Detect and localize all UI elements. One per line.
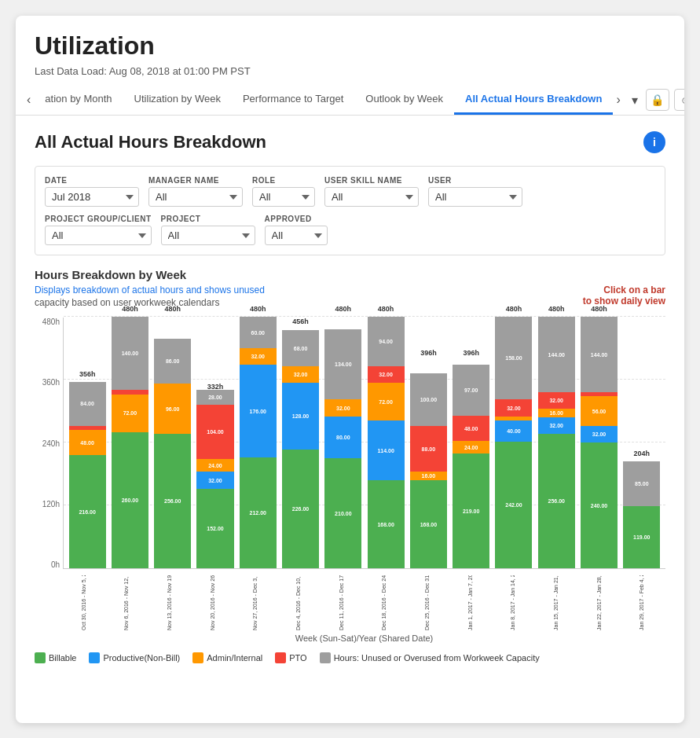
legend: Billable Productive(Non-Bill) Admin/Inte… — [35, 652, 665, 663]
bar-segment-admin: 16.00 — [538, 409, 575, 417]
bar-group[interactable]: 480h168.00114.0072.0032.0094.00 — [365, 318, 406, 568]
bar-stack[interactable]: 168.0016.0088.00100.00 — [410, 373, 447, 568]
approved-select[interactable]: All — [265, 226, 328, 245]
filter-date: DATE Jul 2018 — [45, 176, 139, 207]
bar-stack[interactable]: 242.0040.0032.00158.00 — [495, 317, 532, 568]
role-select[interactable]: All — [252, 187, 315, 207]
bar-stack[interactable]: 210.0080.0032.00134.00 — [324, 329, 361, 568]
page-header: Utilization Last Data Load: Aug 08, 2018… — [16, 16, 684, 85]
user-select[interactable]: All — [428, 187, 522, 207]
bar-top-label: 356h — [67, 370, 108, 378]
bar-stack[interactable]: 260.0072.00140.00 — [112, 317, 148, 568]
bar-group[interactable]: 456h226.00128.0032.0068.00 — [280, 318, 321, 568]
bar-stack[interactable]: 168.00114.0072.0032.0094.00 — [368, 317, 405, 568]
bar-stack[interactable]: 219.0024.0048.0097.00 — [453, 365, 489, 568]
filter-manager: MANAGER NAME All — [148, 176, 243, 207]
bar-group[interactable]: 396h219.0024.0048.0097.00 — [451, 318, 492, 568]
bar-segment-unused: 68.00 — [282, 330, 319, 365]
tab-dropdown-button[interactable]: ▾ — [629, 86, 641, 114]
legend-color-admin — [192, 652, 203, 663]
x-label-text: Jan 8, 2017 - Jan 14, 2017 — [510, 575, 515, 630]
bar-group[interactable]: 332h152.0032.0024.00104.0028.00 — [195, 318, 236, 568]
bar-segment-billable: 168.00 — [410, 480, 447, 568]
x-axis-row: Oct 30, 2016 - Nov 5, 2016Nov 6, 2016 - … — [35, 575, 665, 630]
tab-performance-target[interactable]: Performance to Target — [232, 85, 354, 115]
bar-segment-unused: 28.00 — [196, 390, 233, 405]
bar-segment-billable: 256.00 — [538, 434, 575, 568]
bar-stack[interactable]: 216.0048.0084.00 — [69, 382, 106, 568]
bar-segment-productive: 128.00 — [282, 383, 319, 450]
bar-top-label: 480h — [365, 305, 406, 313]
bar-segment-billable: 119.00 — [623, 506, 660, 568]
bar-stack[interactable]: 256.0032.0016.0032.00144.00 — [538, 317, 575, 568]
tab-utilization-week[interactable]: Utilization by Week — [123, 85, 232, 115]
project-group-select[interactable]: All — [45, 226, 152, 245]
bar-segment-productive: 40.00 — [495, 420, 532, 442]
x-label-text: Nov 13, 2016 - Nov 19, 2016 — [167, 575, 172, 630]
bar-stack[interactable]: 226.00128.0032.0068.00 — [282, 330, 319, 568]
bar-stack[interactable]: 152.0032.0024.00104.0028.00 — [196, 390, 233, 568]
legend-unused: Hours: Unused or Overused from Workweek … — [320, 652, 540, 663]
filter-skill: USER SKILL NAME All — [324, 176, 419, 207]
legend-color-unused — [320, 652, 331, 663]
role-label: ROLE — [252, 176, 315, 185]
bar-top-label: 332h — [195, 383, 236, 391]
x-label-text: Nov 27, 2016 - Dec 3, 2016 — [252, 575, 258, 630]
tab-actual-hours[interactable]: All Actual Hours Breakdown — [454, 85, 613, 115]
bar-group[interactable]: 356h216.0048.0084.00 — [67, 318, 108, 568]
legend-billable: Billable — [35, 652, 76, 663]
tab-prev-button[interactable]: ‹ — [24, 86, 34, 113]
bar-segment-pto: 48.00 — [453, 416, 489, 441]
bar-group[interactable]: 204h119.0085.00 — [621, 318, 662, 568]
tab-outlook-week[interactable]: Outlook by Week — [354, 85, 454, 115]
bar-segment-unused: 60.00 — [240, 317, 277, 348]
skill-select[interactable]: All — [324, 187, 419, 207]
bar-group[interactable]: 480h210.0080.0032.00134.00 — [323, 318, 364, 568]
x-axis-title: Week (Sun-Sat)/Year (Shared Date) — [35, 633, 665, 643]
y-label-240: 240h — [35, 439, 63, 448]
bar-group[interactable]: 480h242.0040.0032.00158.00 — [493, 318, 534, 568]
bar-top-label: 480h — [237, 305, 278, 313]
legend-productive: Productive(Non-Bill) — [89, 652, 180, 663]
manager-select[interactable]: All — [148, 187, 243, 207]
bar-top-label: 480h — [578, 305, 619, 313]
bar-segment-unused: 140.00 — [112, 317, 148, 390]
bar-group[interactable]: 396h168.0016.0088.00100.00 — [408, 318, 449, 568]
bar-group[interactable]: 480h256.0096.0086.00 — [152, 318, 193, 568]
filter-project-group: PROJECT GROUP/CLIENT All — [45, 215, 152, 245]
lock-icon-button[interactable]: 🔒 — [646, 89, 669, 111]
bar-stack[interactable]: 256.0096.0086.00 — [154, 339, 191, 568]
bar-group[interactable]: 480h212.00176.0032.0060.00 — [237, 318, 278, 568]
bar-segment-pto: 104.00 — [196, 405, 233, 459]
bar-group[interactable]: 480h260.0072.00140.00 — [109, 318, 150, 568]
bar-segment-productive: 176.00 — [240, 365, 277, 457]
bar-segment-admin: 56.00 — [581, 396, 618, 425]
bar-stack[interactable]: 240.0032.0056.00144.00 — [581, 317, 618, 568]
date-select[interactable]: Jul 2018 — [45, 187, 139, 207]
filter-user: USER All — [428, 176, 522, 207]
tab-more-button[interactable]: › — [613, 86, 623, 113]
bar-segment-admin: 96.00 — [154, 384, 191, 434]
bar-stack[interactable]: 119.0085.00 — [623, 461, 660, 568]
legend-admin: Admin/Internal — [192, 652, 262, 663]
bar-top-label: 480h — [323, 305, 364, 313]
smiley-icon-button[interactable]: ☺ — [674, 89, 684, 111]
tab-icons: › ▾ 🔒 ☺ 🖶 ⚙ — [613, 86, 684, 114]
bar-segment-billable: 242.00 — [495, 442, 532, 568]
info-button[interactable]: i — [643, 131, 665, 153]
tab-utilization-month[interactable]: ation by Month — [34, 85, 123, 115]
legend-label-billable: Billable — [49, 653, 76, 663]
filter-project: PROJECT All — [161, 215, 255, 245]
bar-segment-admin: 32.00 — [324, 399, 361, 416]
approved-label: APPROVED — [265, 215, 328, 223]
project-select[interactable]: All — [161, 226, 255, 245]
bar-stack[interactable]: 212.00176.0032.0060.00 — [240, 317, 277, 568]
bar-group[interactable]: 480h256.0032.0016.0032.00144.00 — [536, 318, 577, 568]
bar-segment-unused: 86.00 — [154, 339, 191, 384]
bar-segment-unused: 100.00 — [410, 373, 447, 426]
content-area: All Actual Hours Breakdown i DATE Jul 20… — [16, 116, 684, 679]
bar-group[interactable]: 480h240.0032.0056.00144.00 — [578, 318, 619, 568]
bar-segment-billable: 219.00 — [453, 453, 489, 568]
date-label: DATE — [45, 176, 139, 185]
bar-top-label: 456h — [280, 318, 321, 325]
